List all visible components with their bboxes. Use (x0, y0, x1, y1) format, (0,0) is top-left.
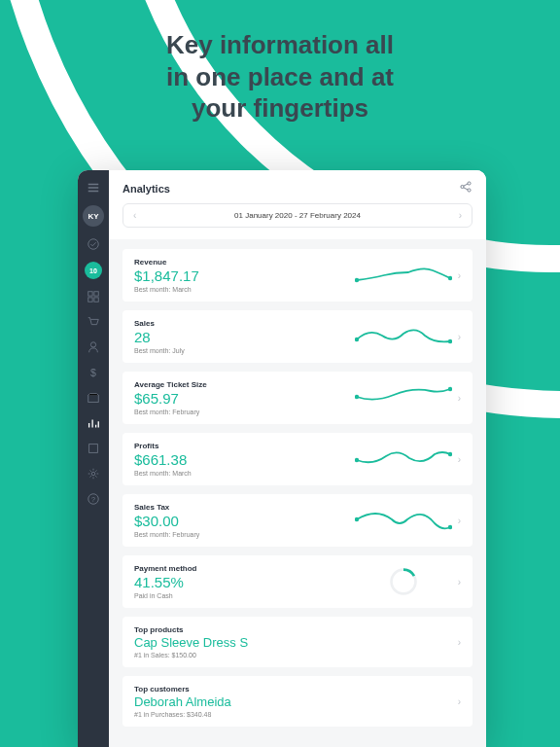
sparkline (355, 322, 452, 351)
svg-rect-1 (88, 292, 92, 296)
metric-value: $30.00 (134, 513, 355, 529)
chart-icon[interactable] (86, 415, 101, 431)
sparkline (355, 261, 452, 290)
svg-rect-7 (88, 395, 99, 402)
metric-card[interactable]: Profits$661.38Best month: March› (122, 433, 472, 485)
svg-point-13 (468, 182, 471, 185)
svg-rect-3 (88, 298, 92, 302)
date-range-text: 01 January 2020 - 27 February 2024 (234, 211, 361, 220)
date-range-picker: ‹ 01 January 2020 - 27 February 2024 › (109, 203, 486, 239)
metric-sub: Best month: February (134, 531, 355, 538)
metric-value: 41.55% (134, 574, 355, 590)
svg-point-14 (468, 189, 471, 192)
svg-point-19 (355, 395, 359, 399)
avatar[interactable]: KY (83, 205, 104, 227)
metric-value: $1,847.17 (134, 267, 355, 284)
svg-point-5 (90, 342, 95, 347)
metric-sub: Best month: March (134, 286, 355, 293)
svg-rect-4 (94, 298, 98, 302)
svg-point-24 (447, 525, 451, 529)
chevron-left-icon[interactable]: ‹ (133, 210, 136, 221)
metric-label: Sales (134, 319, 355, 328)
chevron-right-icon[interactable]: › (458, 637, 461, 648)
app-window: KY 10 $ ? (78, 170, 486, 747)
chevron-right-icon[interactable]: › (458, 696, 461, 707)
check-circle-icon[interactable] (86, 236, 101, 252)
date-range-button[interactable]: ‹ 01 January 2020 - 27 February 2024 › (122, 203, 472, 228)
metric-value: $661.38 (134, 451, 355, 468)
chevron-right-icon[interactable]: › (458, 577, 461, 587)
sparkline (355, 506, 452, 535)
metric-sub: #1 in Sales: $150.00 (134, 652, 452, 658)
metric-sub: #1 in Purchases: $340.48 (134, 711, 452, 718)
metric-card[interactable]: Average Ticket Size$65.97Best month: Feb… (122, 372, 472, 424)
metric-label: Top customers (134, 685, 452, 694)
metric-sub: Paid in Cash (134, 592, 355, 599)
gear-icon[interactable] (86, 466, 101, 481)
page-header: Analytics (109, 170, 486, 203)
svg-point-17 (355, 338, 359, 341)
metric-value: $65.97 (134, 390, 355, 407)
metric-card[interactable]: Revenue$1,847.17Best month: March› (122, 249, 472, 302)
metric-label: Payment method (134, 564, 355, 573)
chevron-right-icon[interactable]: › (458, 393, 461, 404)
metric-label: Revenue (134, 258, 355, 267)
svg-point-18 (447, 339, 451, 343)
svg-point-21 (355, 458, 359, 462)
main-panel: Analytics ‹ 01 January 2020 - 27 Februar… (109, 170, 486, 747)
chevron-right-icon[interactable]: › (458, 516, 461, 526)
svg-text:$: $ (90, 367, 96, 378)
cart-icon[interactable] (86, 314, 101, 330)
svg-point-15 (355, 278, 359, 282)
chevron-right-icon[interactable]: › (459, 210, 462, 221)
donut-chart (388, 566, 419, 597)
svg-text:?: ? (91, 496, 95, 503)
svg-point-20 (447, 387, 451, 391)
metric-value: Cap Sleeve Dress S (134, 635, 452, 650)
svg-point-9 (91, 472, 95, 476)
metric-sub: Best month: March (134, 470, 355, 477)
archive-icon[interactable] (86, 390, 101, 406)
user-icon[interactable] (86, 339, 101, 355)
sidebar: KY 10 $ ? (78, 170, 109, 747)
metric-value: 28 (134, 329, 355, 345)
metric-card[interactable]: Sales Tax$30.00Best month: February› (122, 494, 472, 547)
metric-label: Sales Tax (134, 503, 355, 512)
svg-point-23 (355, 517, 359, 521)
metric-label: Top products (134, 625, 452, 634)
metric-value: Deborah Almeida (134, 694, 452, 709)
metric-sub: Best month: July (134, 347, 355, 354)
metric-card[interactable]: Sales28Best month: July› (122, 310, 472, 363)
sidebar-badge[interactable]: 10 (85, 262, 102, 279)
svg-point-0 (88, 239, 99, 250)
help-icon[interactable]: ? (86, 491, 101, 507)
svg-rect-2 (94, 292, 98, 296)
sparkline (355, 445, 452, 474)
chevron-right-icon[interactable]: › (458, 270, 461, 281)
dollar-icon[interactable]: $ (86, 365, 101, 380)
metric-label: Profits (134, 442, 355, 450)
chevron-right-icon[interactable]: › (458, 454, 461, 465)
hero-title: Key information all in one place and at … (0, 0, 560, 124)
page-title: Analytics (122, 183, 170, 195)
grid-icon[interactable] (86, 289, 101, 304)
box-icon[interactable] (86, 441, 101, 456)
metric-card[interactable]: Top customersDeborah Almeida#1 in Purcha… (122, 676, 472, 727)
svg-point-12 (461, 185, 464, 188)
share-icon[interactable] (459, 180, 472, 197)
metric-label: Average Ticket Size (134, 380, 355, 389)
sparkline (355, 383, 452, 412)
metric-card[interactable]: Top productsCap Sleeve Dress S#1 in Sale… (122, 617, 472, 667)
menu-icon[interactable] (86, 180, 101, 196)
svg-point-16 (447, 276, 451, 280)
svg-rect-8 (89, 445, 98, 453)
chevron-right-icon[interactable]: › (458, 332, 461, 342)
metric-card[interactable]: Payment method41.55%Paid in Cash› (122, 555, 472, 608)
svg-point-22 (447, 452, 451, 456)
metric-sub: Best month: February (134, 409, 355, 415)
metric-cards: Revenue$1,847.17Best month: March›Sales2… (109, 239, 486, 736)
